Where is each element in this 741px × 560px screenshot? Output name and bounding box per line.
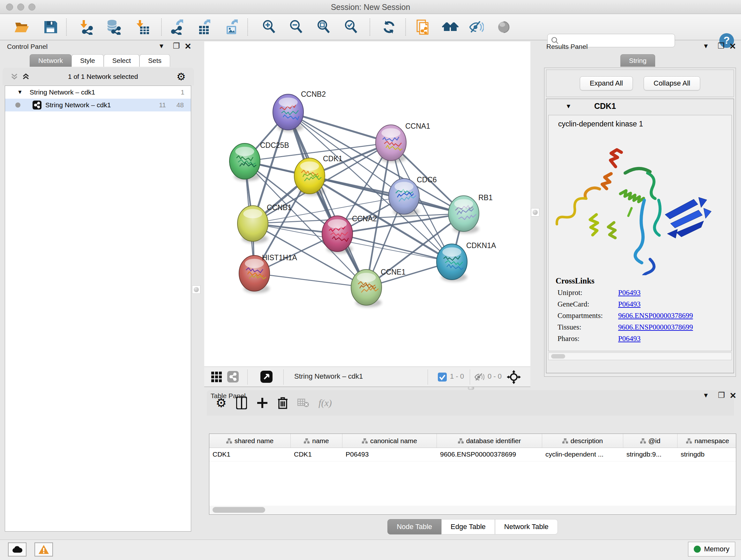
node-CCNE1[interactable] xyxy=(351,269,382,305)
node-CDKN1A[interactable] xyxy=(436,244,467,280)
right-splitter-handle[interactable] xyxy=(531,208,539,216)
collection-expand-icon[interactable]: ▼ xyxy=(17,89,23,96)
expand-all-networks-icon[interactable] xyxy=(22,73,29,80)
node-CCNA2[interactable] xyxy=(322,216,353,252)
close-panel-icon[interactable]: ✕ xyxy=(729,42,736,51)
clone-network-icon[interactable] xyxy=(415,19,430,35)
network-view-toolbar: String Network – cdk1 1 - 0 0 - 0 xyxy=(204,367,530,387)
function-builder-icon[interactable]: f(x) xyxy=(319,397,332,408)
left-splitter-handle[interactable] xyxy=(192,286,200,294)
network-view-title: String Network – cdk1 xyxy=(294,372,363,381)
open-in-window-icon[interactable] xyxy=(260,371,273,383)
table-cell[interactable]: P06493 xyxy=(342,448,437,461)
import-table-file-icon[interactable] xyxy=(135,19,150,35)
selected-checkbox-icon[interactable] xyxy=(438,373,447,381)
table-cell[interactable]: cyclin-dependent ... xyxy=(542,448,623,461)
float-panel-icon[interactable]: ❐ xyxy=(718,42,725,51)
network-row[interactable]: String Network – cdk1 11 48 xyxy=(5,99,191,111)
table-cell[interactable]: CDK1 xyxy=(209,448,291,461)
close-panel-icon[interactable]: ✕ xyxy=(730,391,737,401)
node-CCNA1[interactable] xyxy=(376,125,406,161)
export-network-icon[interactable] xyxy=(170,19,185,35)
table-scrollbar-thumb[interactable] xyxy=(212,507,265,513)
export-table-icon[interactable] xyxy=(197,19,212,35)
tab-network-table[interactable]: Network Table xyxy=(495,519,558,535)
column-header-database-identifier[interactable]: database identifier xyxy=(437,434,542,448)
table-cell[interactable]: stringdb xyxy=(677,448,736,461)
save-session-icon[interactable] xyxy=(43,19,58,35)
results-scrollbar-thumb[interactable] xyxy=(551,354,565,359)
clear-table-icon[interactable] xyxy=(297,398,309,408)
node-CDK1[interactable] xyxy=(294,158,325,194)
tab-string[interactable]: String xyxy=(620,54,655,67)
collapse-panel-icon[interactable]: ▼ xyxy=(703,392,709,399)
column-header--id[interactable]: @id xyxy=(623,434,677,448)
network-edge[interactable] xyxy=(310,176,464,213)
refresh-icon[interactable] xyxy=(381,19,397,35)
column-header-namespace[interactable]: namespace xyxy=(677,434,736,448)
show-all-icon[interactable] xyxy=(496,19,511,35)
hide-selected-icon[interactable] xyxy=(468,19,484,35)
float-panel-icon[interactable]: ❐ xyxy=(173,42,180,51)
table-cell[interactable]: stringdb:9... xyxy=(623,448,677,461)
import-network-file-icon[interactable] xyxy=(79,19,94,35)
float-panel-icon[interactable]: ❐ xyxy=(718,391,725,400)
zoom-in-icon[interactable] xyxy=(261,19,277,35)
home-pages-icon[interactable] xyxy=(442,19,459,35)
crosslink-link[interactable]: 9606.ENSP00000378699 xyxy=(618,312,693,320)
network-canvas[interactable]: CCNB2CCNA1CDC25BCDK1CDC6RB1CCNB1CCNA2CDK… xyxy=(204,42,530,367)
tab-select[interactable]: Select xyxy=(104,54,139,67)
add-column-icon[interactable] xyxy=(257,397,268,409)
import-network-database-icon[interactable] xyxy=(106,19,121,35)
cloud-button[interactable] xyxy=(8,543,26,557)
tab-node-table[interactable]: Node Table xyxy=(387,519,441,535)
zoom-out-icon[interactable] xyxy=(288,19,304,35)
warning-button[interactable] xyxy=(35,543,53,557)
collapse-all-button[interactable]: Collapse All xyxy=(644,76,700,90)
tab-style[interactable]: Style xyxy=(71,54,104,67)
node-CCNB2[interactable] xyxy=(273,94,304,130)
crosslink-link[interactable]: P06493 xyxy=(618,334,641,343)
current-network-dot xyxy=(15,103,20,108)
crosslink-link[interactable]: 9606.ENSP00000378699 xyxy=(618,323,693,331)
network-birdseye-icon[interactable] xyxy=(227,371,239,382)
column-header-canonical-name[interactable]: canonical name xyxy=(342,434,437,448)
export-image-icon[interactable] xyxy=(224,19,239,35)
network-collection-row[interactable]: ▼ String Network – cdk1 1 xyxy=(5,86,191,99)
open-session-icon[interactable] xyxy=(14,19,29,35)
zoom-selected-icon[interactable] xyxy=(343,19,359,35)
network-options-gear-icon[interactable]: ⚙ xyxy=(177,71,186,83)
grid-view-icon[interactable] xyxy=(211,372,222,382)
node-RB1[interactable] xyxy=(448,196,479,232)
crosslink-link[interactable]: P06493 xyxy=(618,300,641,308)
tab-sets[interactable]: Sets xyxy=(139,54,170,67)
results-scrollbar[interactable] xyxy=(548,353,732,360)
expand-all-button[interactable]: Expand All xyxy=(580,76,633,90)
collapse-panel-icon[interactable]: ▼ xyxy=(158,43,165,50)
table-row[interactable]: CDK1CDK1P064939606.ENSP00000378699cyclin… xyxy=(209,448,736,461)
network-edge[interactable] xyxy=(254,273,366,287)
table-cell[interactable]: CDK1 xyxy=(291,448,342,461)
tab-edge-table[interactable]: Edge Table xyxy=(441,519,495,535)
zoom-fit-icon[interactable] xyxy=(316,19,331,35)
column-header-description[interactable]: description xyxy=(542,434,623,448)
column-header-name[interactable]: name xyxy=(291,434,342,448)
section-collapse-icon[interactable]: ▼ xyxy=(565,103,571,110)
tab-network[interactable]: Network xyxy=(30,54,71,67)
memory-button[interactable]: Memory xyxy=(688,542,735,557)
crosslink-link[interactable]: P06493 xyxy=(618,289,641,297)
fit-content-crosshair-icon[interactable] xyxy=(507,370,521,384)
node-CCNB1[interactable] xyxy=(238,206,268,241)
column-header-shared-name[interactable]: shared name xyxy=(209,434,291,448)
delete-column-icon[interactable] xyxy=(278,397,288,409)
network-edge[interactable] xyxy=(288,112,366,287)
collapse-all-networks-icon[interactable] xyxy=(11,73,18,80)
close-panel-icon[interactable]: ✕ xyxy=(185,42,192,51)
network-edge[interactable] xyxy=(288,112,391,143)
node-CDC25B[interactable] xyxy=(229,143,260,179)
hidden-eye-icon[interactable] xyxy=(474,373,484,381)
node-CDC6[interactable] xyxy=(389,179,419,214)
table-cell[interactable]: 9606.ENSP00000378699 xyxy=(437,448,542,461)
table-scrollbar[interactable] xyxy=(209,506,736,514)
collapse-panel-icon[interactable]: ▼ xyxy=(703,43,709,50)
